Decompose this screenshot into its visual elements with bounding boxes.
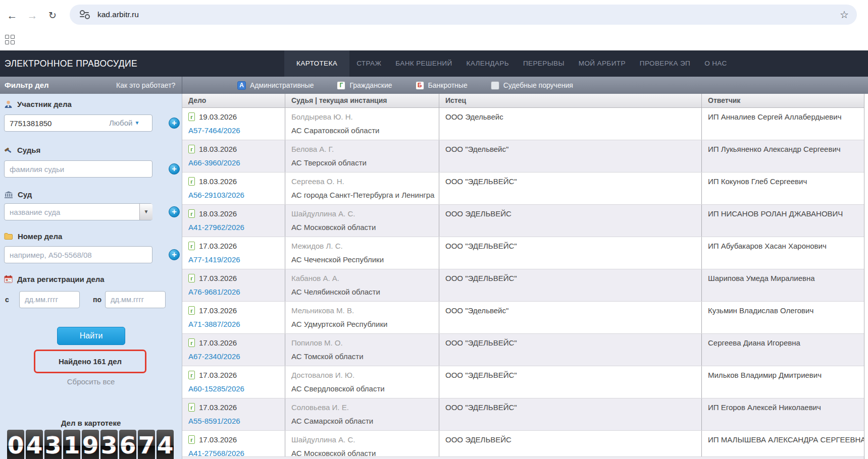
filter-bar-divider [182, 77, 182, 94]
cases-table: Дело Судья | текущая инстанция Истец Отв… [182, 94, 864, 459]
case-number-link[interactable]: А56-29103/2026 [188, 191, 244, 199]
add-participant-button[interactable]: + [169, 118, 180, 129]
case-number-link[interactable]: А66-3960/2026 [188, 158, 240, 167]
menu-item-active[interactable]: КАРТОТЕКА [284, 50, 349, 77]
case-type-checkbox-icon[interactable]: А [237, 81, 246, 90]
judge-cell: Попилов М. О.АС Томской области [285, 334, 439, 366]
add-court-button[interactable]: + [169, 206, 180, 217]
case-registration-date: 17.03.2026 [199, 371, 237, 379]
judge-input[interactable] [4, 160, 152, 178]
date-from-label: с [5, 296, 9, 304]
reload-icon[interactable]: ↻ [44, 8, 61, 24]
counter-digit: 0 [7, 430, 24, 459]
civil-case-doc-icon: г [188, 177, 195, 186]
court-dropdown-button[interactable]: ▼ [139, 204, 152, 220]
judge-cell: Шайдуллина А. С.АС Московской области [285, 431, 439, 459]
filter-bar: Фильтр дел Как это работает? ААдминистра… [0, 77, 868, 94]
case-number-link[interactable]: А60-15285/2026 [188, 384, 244, 393]
case-type-checkbox-icon[interactable] [491, 81, 499, 90]
plaintiff-name: ООО "ЭДЕЛЬВЕЙС" [445, 403, 517, 412]
case-type-toggle[interactable]: ГГражданские [337, 81, 392, 90]
courthouse-icon [4, 191, 13, 199]
case-registration-date: 17.03.2026 [199, 274, 237, 282]
civil-case-doc-icon: г [188, 403, 195, 412]
court-input[interactable] [4, 203, 152, 220]
civil-case-doc-icon: г [188, 338, 195, 347]
menu-item-link[interactable]: МОЙ АРБИТР [572, 50, 633, 77]
case-number-link[interactable]: А57-7464/2026 [188, 126, 240, 135]
counter-digit: 6 [119, 430, 136, 459]
defendant-name: ИП Анналиев Сергей Аллабердыевич [708, 112, 841, 121]
case-type-toggle[interactable]: ББанкротные [416, 81, 468, 90]
judge-name: Сергеева О. Н. [291, 177, 344, 186]
calendar-icon [4, 275, 13, 283]
filter-title: Фильтр дел [5, 77, 49, 94]
forward-icon[interactable]: → [24, 8, 40, 24]
menu-item-link[interactable]: О НАС [697, 50, 734, 77]
participant-scope-dropdown[interactable]: Любой ▼ [109, 119, 139, 127]
back-icon[interactable]: ← [4, 8, 20, 24]
case-number-input[interactable] [4, 246, 152, 263]
case-type-checkbox-icon[interactable]: Б [416, 81, 424, 90]
judge-cell: Соловьева И. Е.АС Самарской области [285, 398, 439, 430]
plaintiff-cell: ООО "ЭДЕЛЬВЕЙС" [439, 237, 702, 269]
site-info-icon[interactable] [80, 10, 89, 19]
case-cell: г17.03.2026А67-2340/2026 [182, 334, 285, 366]
case-type-filters: ААдминистративныеГГражданскиеББанкротные… [237, 77, 573, 94]
folder-icon [4, 233, 13, 240]
column-header-plaintiff[interactable]: Истец [439, 94, 702, 107]
main-menu: КАРТОТЕКАСТРАЖБАНК РЕШЕНИЙКАЛЕНДАРЬПЕРЕР… [284, 50, 734, 77]
plaintiff-cell: ООО "ЭДЕЛЬВЕЙС" [439, 398, 702, 430]
court-name: АС Московской области [291, 223, 376, 232]
plaintiff-cell: ООО "ЭДЕЛЬВЕЙС" [439, 366, 702, 398]
case-number-link[interactable]: А41-27962/2026 [188, 223, 244, 232]
reset-all-link[interactable]: Сбросить все [0, 377, 182, 386]
menu-item-link[interactable]: ПЕРЕРЫВЫ [516, 50, 572, 77]
table-row: г17.03.2026А60-15285/2026Достовалов И. Ю… [182, 366, 864, 398]
url-text[interactable]: kad.arbitr.ru [97, 5, 139, 25]
judge-name: Достовалов И. Ю. [291, 371, 354, 379]
case-registration-date: 18.03.2026 [199, 209, 237, 218]
results-count-text[interactable]: Найдено 161 дел [59, 357, 122, 366]
column-header-judge[interactable]: Судья | текущая инстанция [285, 94, 439, 107]
column-header-defendant[interactable]: Ответчик [702, 94, 864, 107]
case-number-link[interactable]: А77-1419/2026 [188, 255, 240, 264]
site-logo[interactable]: ЭЛЕКТРОННОЕ ПРАВОСУДИЕ [5, 50, 137, 77]
case-number-link[interactable]: А55-8591/2026 [188, 417, 240, 425]
add-judge-button[interactable]: + [169, 163, 180, 175]
case-type-checkbox-icon[interactable]: Г [337, 81, 345, 90]
case-number-link[interactable]: А76-9681/2026 [188, 288, 240, 296]
case-cell: г18.03.2026А41-27962/2026 [182, 205, 285, 237]
bookmark-star-icon[interactable]: ☆ [840, 5, 849, 25]
case-number-link[interactable]: А67-2340/2026 [188, 352, 240, 361]
menu-item-link[interactable]: КАЛЕНДАРЬ [459, 50, 516, 77]
results-count-annotation: Найдено 161 дел [34, 350, 146, 373]
case-registration-date: 18.03.2026 [199, 145, 237, 153]
counter-digit: 3 [44, 430, 62, 459]
court-name: АС города Санкт-Петербурга и Ленингра [291, 191, 434, 199]
date-to-input[interactable] [105, 291, 166, 308]
menu-item-link[interactable]: БАНК РЕШЕНИЙ [388, 50, 459, 77]
how-it-works-link[interactable]: Как это работает? [116, 77, 175, 94]
menu-item-link[interactable]: СТРАЖ [349, 50, 388, 77]
defendant-name: Мильков Владимир Дмитриевич [708, 371, 822, 379]
address-bar[interactable]: kad.arbitr.ru ☆ [70, 5, 857, 25]
case-type-toggle[interactable]: ААдминистративные [237, 81, 314, 90]
add-case-number-button[interactable]: + [169, 249, 180, 260]
counter-digit: 4 [157, 430, 174, 459]
search-button[interactable]: Найти [57, 327, 125, 345]
reg-date-label: Дата регистрации дела [4, 275, 105, 283]
case-registration-date: 18.03.2026 [199, 177, 237, 186]
date-from-input[interactable] [19, 291, 80, 308]
menu-item-link[interactable]: ПРОВЕРКА ЭП [633, 50, 697, 77]
civil-case-doc-icon: г [188, 145, 195, 153]
judge-name: Межидов Л. С. [291, 242, 343, 250]
column-header-case[interactable]: Дело [182, 94, 285, 107]
plaintiff-cell: ООО "ЭДЕЛЬВЕЙС" [439, 269, 702, 301]
case-number-link[interactable]: А71-3887/2026 [188, 320, 240, 328]
plaintiff-cell: ООО Эдельвейс [439, 108, 702, 140]
case-type-toggle[interactable]: Судебные поручения [491, 81, 573, 90]
case-type-label: Судебные поручения [503, 81, 573, 89]
plaintiff-cell: ООО "Эдельвейс" [439, 302, 702, 333]
apps-grid-icon[interactable] [5, 35, 15, 45]
